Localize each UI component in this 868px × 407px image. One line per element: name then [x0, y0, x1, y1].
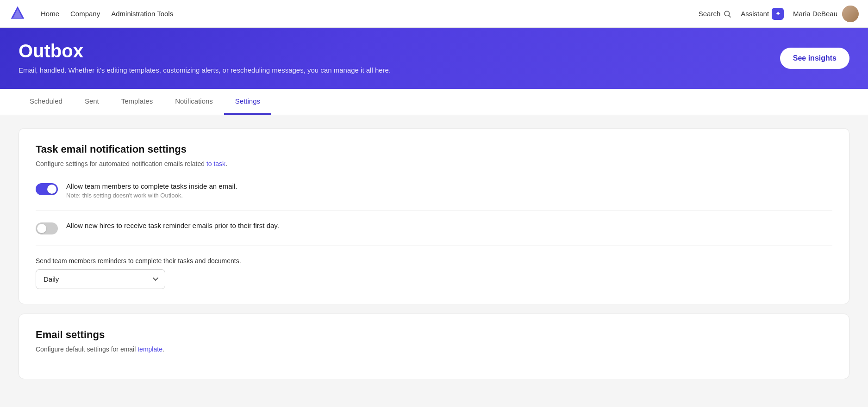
avatar: [842, 6, 859, 22]
nav-admin-tools[interactable]: Administration Tools: [111, 10, 173, 18]
user-menu[interactable]: Maria DeBeau: [793, 6, 859, 22]
svg-line-3: [729, 15, 731, 17]
dropdown-section-label: Send team members reminders to complete …: [36, 257, 832, 265]
tab-sent[interactable]: Sent: [74, 89, 110, 115]
logo[interactable]: [9, 5, 26, 23]
toggle-2-label: Allow new hires to receive task reminder…: [66, 222, 279, 229]
assistant-icon: ✦: [772, 8, 784, 20]
tab-settings[interactable]: Settings: [224, 89, 271, 115]
email-subtitle-end: .: [162, 345, 164, 353]
assistant-button[interactable]: Assistant ✦: [741, 8, 784, 20]
hero-banner: Outbox Email, handled. Whether it's edit…: [0, 28, 868, 89]
tab-notifications[interactable]: Notifications: [164, 89, 224, 115]
email-settings-card: Email settings Configure default setting…: [19, 314, 849, 379]
task-subtitle-link[interactable]: to task: [206, 160, 225, 167]
see-insights-button[interactable]: See insights: [780, 48, 849, 69]
toggle-row-1: Allow team members to complete tasks ins…: [36, 179, 832, 203]
task-notification-card: Task email notification settings Configu…: [19, 128, 849, 304]
toggle-track-1[interactable]: [36, 183, 58, 195]
tab-scheduled[interactable]: Scheduled: [19, 89, 74, 115]
email-card-subtitle: Configure default settings for email tem…: [36, 345, 832, 353]
toggle-new-hires[interactable]: [36, 222, 58, 234]
main-content: Task email notification settings Configu…: [0, 115, 868, 392]
divider-1: [36, 210, 832, 210]
task-card-subtitle: Configure settings for automated notific…: [36, 160, 832, 167]
email-card-title: Email settings: [36, 329, 832, 341]
toggle-1-info: Allow team members to complete tasks ins…: [66, 182, 237, 199]
email-subtitle-start: Configure default settings for email: [36, 345, 137, 353]
divider-2: [36, 246, 832, 246]
nav-right-area: Search Assistant ✦ Maria DeBeau: [699, 6, 859, 22]
tabs-bar: Scheduled Sent Templates Notifications S…: [0, 89, 868, 115]
assistant-label: Assistant: [741, 10, 769, 18]
task-subtitle-start: Configure settings for automated notific…: [36, 160, 206, 167]
reminder-frequency-select[interactable]: Daily Weekly Never: [36, 269, 165, 289]
search-label: Search: [699, 10, 721, 18]
tab-templates[interactable]: Templates: [110, 89, 164, 115]
toggle-2-info: Allow new hires to receive task reminder…: [66, 222, 279, 229]
nav-home[interactable]: Home: [41, 10, 59, 18]
email-subtitle-link[interactable]: template: [137, 345, 162, 353]
top-navigation: Home Company Administration Tools Search…: [0, 0, 868, 28]
task-card-title: Task email notification settings: [36, 143, 832, 155]
user-name: Maria DeBeau: [793, 10, 837, 18]
page-title: Outbox: [19, 41, 849, 62]
toggle-row-2: Allow new hires to receive task reminder…: [36, 218, 832, 238]
nav-links: Home Company Administration Tools: [41, 10, 684, 18]
hero-subtitle: Email, handled. Whether it's editing tem…: [19, 66, 849, 74]
task-subtitle-end: .: [225, 160, 227, 167]
reminder-frequency-section: Send team members reminders to complete …: [36, 257, 832, 289]
nav-company[interactable]: Company: [70, 10, 100, 18]
search-icon: [723, 10, 731, 18]
toggle-1-note: Note: this setting doesn't work with Out…: [66, 192, 237, 199]
toggle-track-2[interactable]: [36, 222, 58, 234]
svg-point-2: [724, 11, 730, 16]
toggle-complete-tasks[interactable]: [36, 183, 58, 195]
toggle-1-label: Allow team members to complete tasks ins…: [66, 182, 237, 190]
search-button[interactable]: Search: [699, 10, 732, 18]
